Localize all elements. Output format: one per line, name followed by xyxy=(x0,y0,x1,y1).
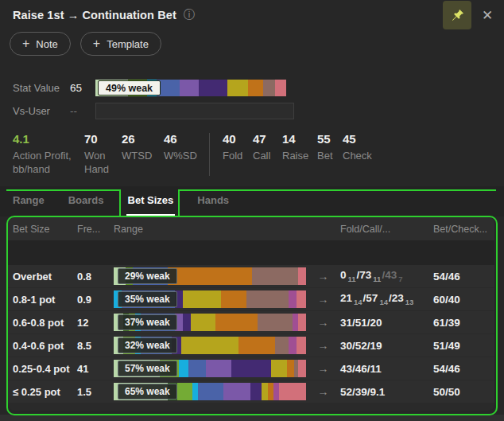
col-header-freq: Fre... xyxy=(77,217,100,240)
col-header-bet-size: Bet Size xyxy=(13,217,50,240)
stat-check: 45Check xyxy=(343,132,382,176)
fold-call-raise-cell: 011/7311/437 xyxy=(340,269,433,283)
weak-label: 32% weak xyxy=(118,337,177,353)
stat-value-row: Stat Value 65 49% weak xyxy=(13,80,286,96)
weak-label: 35% weak xyxy=(118,291,177,307)
table-row-0-8-1-pot[interactable]: 0.8-1 pot0.935% weak→2114/5714/231360/40 xyxy=(8,288,494,310)
pin-icon xyxy=(450,8,465,23)
add-note-button[interactable]: + Note xyxy=(10,32,71,56)
table-rows: Overbet0.829% weak→011/7311/43754/460.8-… xyxy=(8,265,494,403)
add-template-button[interactable]: + Template xyxy=(80,32,161,56)
stat-bet: 55Bet xyxy=(317,132,343,176)
stats-strip: 4.1Action Profit, bb/hand70Won Hand26WTS… xyxy=(13,132,496,176)
vs-user-value: -- xyxy=(70,105,95,117)
stat-call: 47Call xyxy=(253,132,282,176)
bet-check-cell: 61/39 xyxy=(433,317,494,329)
tab-range[interactable]: Range xyxy=(11,186,46,216)
arrow-icon: → xyxy=(306,316,340,329)
add-note-label: Note xyxy=(36,38,57,50)
range-bar[interactable]: 65% weak xyxy=(114,383,306,400)
weak-label: 65% weak xyxy=(118,384,177,400)
table-row-0-25-0-4-pot[interactable]: 0.25-0.4 pot4157% weak→43/46/1154/46 xyxy=(8,357,494,380)
weak-label: 57% weak xyxy=(118,361,177,376)
col-header-bet-check: Bet/Check... xyxy=(433,217,487,240)
tab-bar: RangeBoardsBet SizesHands xyxy=(0,186,504,216)
stat-popup-window: Raise 1st → Continuation Bet ⓘ ✕ + Note … xyxy=(0,0,504,421)
vs-user-input[interactable] xyxy=(95,103,294,119)
stat-action-profit-bb-hand: 4.1Action Profit, bb/hand xyxy=(13,132,84,176)
stat-won-hand: 70Won Hand xyxy=(84,132,122,176)
stat-fold: 40Fold xyxy=(223,132,253,176)
fold-call-raise-cell: 43/46/11 xyxy=(340,363,433,375)
fold-call-raise-cell: 52/39/9.1 xyxy=(340,386,433,398)
stat-value-label: Stat Value xyxy=(13,82,70,94)
stats-left: 4.1Action Profit, bb/hand70Won Hand26WTS… xyxy=(13,132,209,176)
close-button[interactable]: ✕ xyxy=(473,1,502,29)
table-row-overbet[interactable]: Overbet0.829% weak→011/7311/43754/46 xyxy=(8,265,494,287)
vs-user-row: Vs-User -- xyxy=(13,103,294,119)
weak-label: 37% weak xyxy=(118,314,177,330)
bet-sizes-table: Bet Size Fre... Range Fold/Call/... Bet/… xyxy=(8,217,494,411)
arrow-icon: → xyxy=(306,293,340,306)
plus-icon: + xyxy=(22,37,29,50)
bet-check-cell: 50/50 xyxy=(433,386,494,398)
range-bar[interactable]: 32% weak xyxy=(114,337,306,354)
fold-call-raise-cell: 30/52/19 xyxy=(340,340,433,352)
bet-check-cell: 54/46 xyxy=(433,363,494,375)
table-filter-gap xyxy=(8,240,494,265)
range-bar[interactable]: 29% weak xyxy=(114,267,306,285)
freq-cell: 12 xyxy=(77,317,114,329)
bet-check-cell: 60/40 xyxy=(433,294,494,306)
table-row-0-4-0-6-pot[interactable]: 0.4-0.6 pot8.532% weak→30/52/1951/49 xyxy=(8,334,494,357)
tab-boards[interactable]: Boards xyxy=(67,186,106,216)
freq-cell: 8.5 xyxy=(77,340,114,352)
vs-user-label: Vs-User xyxy=(13,105,70,117)
pin-button[interactable] xyxy=(443,1,471,29)
stat-wtsd: 26WTSD xyxy=(122,132,164,176)
bet-size-cell: 0.6-0.8 pot xyxy=(13,317,77,329)
add-template-label: Template xyxy=(107,38,149,50)
stat-raise: 14Raise xyxy=(282,132,317,176)
bet-check-cell: 54/46 xyxy=(433,271,494,283)
weak-label: 29% weak xyxy=(118,268,177,284)
fold-call-raise-cell: 2114/5714/2313 xyxy=(340,292,433,306)
close-icon: ✕ xyxy=(482,7,493,24)
bottom-strip xyxy=(0,415,504,421)
table-row-0-6-0-8-pot[interactable]: 0.6-0.8 pot1237% weak→31/51/2061/39 xyxy=(8,311,494,333)
bet-size-cell: Overbet xyxy=(13,271,77,283)
bet-size-cell: 0.25-0.4 pot xyxy=(13,363,77,375)
stat-range-bar[interactable]: 49% weak xyxy=(95,80,286,96)
arrow-icon: → xyxy=(306,270,340,283)
popup-title: Raise 1st → Continuation Bet xyxy=(13,9,176,21)
range-bar[interactable]: 35% weak xyxy=(114,290,306,308)
stat-value-number: 65 xyxy=(70,82,95,94)
tab-bet-sizes[interactable]: Bet Sizes xyxy=(126,186,176,216)
table-row-0-25-pot[interactable]: ≤ 0.25 pot1.565% weak→52/39/9.150/50 xyxy=(8,380,494,403)
arrow-icon: → xyxy=(306,339,340,352)
info-icon[interactable]: ⓘ xyxy=(184,8,195,22)
col-header-range: Range xyxy=(114,217,143,240)
bet-size-cell: ≤ 0.25 pot xyxy=(13,386,77,398)
stat-weak-label: 49% weak xyxy=(98,80,161,96)
stats-divider xyxy=(209,133,210,176)
table-header: Bet Size Fre... Range Fold/Call/... Bet/… xyxy=(8,217,494,240)
bet-check-cell: 51/49 xyxy=(433,340,494,352)
bet-size-cell: 0.4-0.6 pot xyxy=(13,340,77,352)
fold-call-raise-cell: 31/51/20 xyxy=(340,317,433,329)
freq-cell: 1.5 xyxy=(77,386,114,398)
range-bar[interactable]: 37% weak xyxy=(114,314,306,331)
stats-right: 40Fold47Call14Raise55Bet45Check xyxy=(223,132,382,176)
arrow-icon: → xyxy=(306,385,340,398)
tab-hands[interactable]: Hands xyxy=(196,186,231,216)
stat-w-sd: 46W%SD xyxy=(164,132,209,176)
freq-cell: 41 xyxy=(77,363,114,375)
freq-cell: 0.8 xyxy=(77,271,114,283)
col-header-fold-call: Fold/Call/... xyxy=(340,217,390,240)
titlebar: Raise 1st → Continuation Bet ⓘ ✕ xyxy=(0,0,504,30)
arrow-icon: → xyxy=(306,362,340,375)
bet-size-cell: 0.8-1 pot xyxy=(13,294,77,306)
action-buttons: + Note + Template xyxy=(10,32,161,56)
freq-cell: 0.9 xyxy=(77,294,114,306)
range-bar[interactable]: 57% weak xyxy=(114,360,306,377)
plus-icon: + xyxy=(93,37,100,50)
